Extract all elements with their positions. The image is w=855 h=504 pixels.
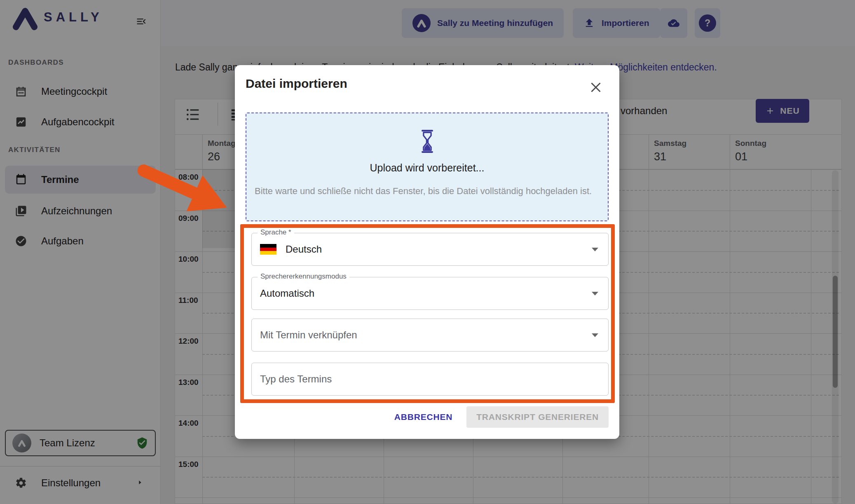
upload-hint-text: Bitte warte und schließe nicht das Fenst…	[255, 184, 599, 198]
field-placeholder: Typ des Termins	[260, 373, 332, 385]
chevron-down-icon	[592, 333, 598, 337]
appointment-type-input[interactable]: Typ des Termins	[251, 363, 609, 396]
field-value: Automatisch	[260, 288, 314, 299]
chevron-down-icon	[592, 292, 598, 295]
speaker-mode-select[interactable]: Sprechererkennungsmodus Automatisch	[251, 277, 609, 310]
hourglass-icon	[419, 130, 436, 153]
screen: Sally zu Meeting hinzufügen Importieren …	[0, 0, 855, 504]
generate-transcript-button[interactable]: TRANSKRIPT GENERIEREN	[466, 406, 609, 428]
field-placeholder: Mit Termin verknüpfen	[260, 329, 357, 341]
link-appointment-select[interactable]: Mit Termin verknüpfen	[251, 319, 609, 352]
chevron-down-icon	[592, 248, 598, 251]
dialog-actions: ABBRECHEN TRANSKRIPT GENERIEREN	[394, 406, 609, 428]
close-icon[interactable]	[588, 80, 603, 95]
upload-dropzone: Upload wird vorbereitet... Bitte warte u…	[246, 113, 609, 221]
import-file-dialog: Datei importieren Upload wird vorbereite…	[235, 65, 619, 439]
upload-status-text: Upload wird vorbereitet...	[246, 162, 608, 174]
german-flag-icon	[260, 244, 276, 255]
field-value: Deutsch	[286, 244, 322, 255]
dialog-title: Datei importieren	[246, 77, 347, 91]
cancel-button[interactable]: ABBRECHEN	[394, 412, 452, 422]
language-select[interactable]: Sprache * Deutsch	[251, 233, 609, 266]
